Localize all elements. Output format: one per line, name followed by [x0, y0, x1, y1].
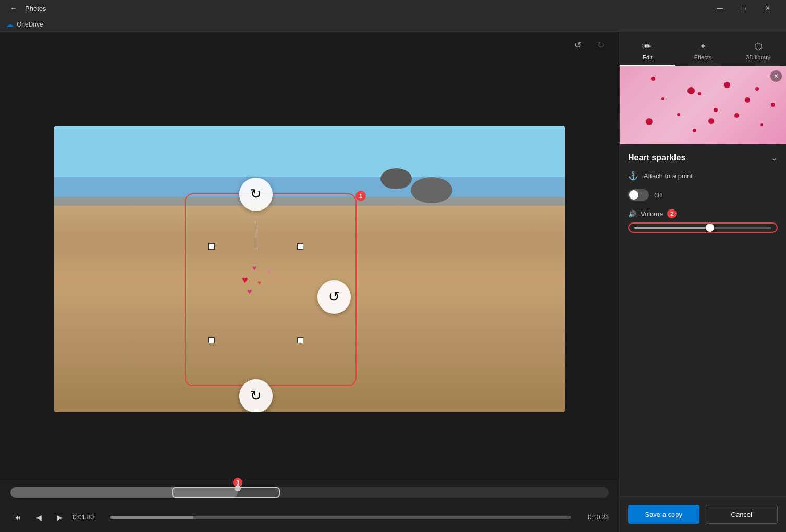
back-button[interactable]: ← — [6, 1, 21, 16]
sparkle-dot — [708, 118, 714, 124]
current-time: 0:01.80 — [73, 514, 104, 521]
selection-box: ↻ ↺ ↻ — [185, 193, 357, 386]
tab-edit[interactable]: ✏ Edit — [620, 36, 675, 66]
sparkle-dot — [677, 113, 680, 116]
handle-top-right[interactable] — [297, 243, 303, 250]
video-area: ♥ ♥ ♥ ♥ ♥ ↻ — [0, 57, 619, 480]
sparkle-dot — [760, 123, 763, 126]
rotation-line — [256, 223, 256, 249]
edit-icon: ✏ — [644, 41, 652, 52]
effect-badge-1: 1 — [355, 191, 366, 201]
attach-row[interactable]: ⚓ Attach to a point — [628, 171, 778, 181]
play-button[interactable]: ▶ — [52, 510, 67, 525]
main-progress-bar[interactable] — [110, 516, 571, 519]
sparkle-dot — [755, 87, 759, 91]
heart-effect-4: ♥ — [247, 287, 252, 296]
sparkle-dot — [724, 82, 730, 88]
bottom-buttons: Save a copy Cancel — [620, 496, 786, 532]
maximize-button[interactable]: □ — [732, 0, 756, 17]
window-controls: — □ ✕ — [708, 0, 780, 17]
back-to-start-button[interactable]: ⏮ — [10, 510, 25, 525]
timeline-track[interactable] — [10, 487, 609, 498]
tab-3dlibrary[interactable]: ⬡ 3D library — [731, 36, 786, 66]
previous-frame-button[interactable]: ◀ — [31, 510, 46, 525]
progress-filled — [110, 516, 193, 519]
sparkle-dot — [771, 103, 775, 107]
playback-controls: ⏮ ◀ ▶ 0:01.80 0:10.23 — [10, 510, 609, 525]
effects-icon: ✦ — [699, 41, 707, 52]
undo-button[interactable]: ↺ — [569, 36, 586, 53]
heart-effect-2: ♥ — [242, 274, 248, 286]
heart-effect-5: ♥ — [268, 269, 271, 275]
sparkle-dot — [745, 97, 750, 103]
volume-slider-filled — [634, 227, 710, 229]
effect-controls: Heart sparkles ⌄ ⚓ Attach to a point Off… — [620, 144, 786, 496]
save-copy-button[interactable]: Save a copy — [628, 505, 699, 524]
toggle-row: Off — [628, 189, 778, 201]
effect-expand-button[interactable]: ⌄ — [771, 153, 778, 163]
attach-label: Attach to a point — [644, 172, 693, 180]
sparkle-dot — [687, 87, 695, 94]
tab-bar: ✏ Edit ✦ Effects ⬡ 3D library — [620, 32, 786, 66]
tab-effects[interactable]: ✦ Effects — [675, 36, 730, 66]
sparkle-dot — [646, 118, 653, 125]
handle-bottom-left[interactable] — [208, 337, 215, 343]
rotate-bottom-handle[interactable]: ↻ — [239, 379, 273, 412]
tab-3dlibrary-label: 3D library — [746, 54, 770, 60]
volume-row: 🔊 Volume 2 — [628, 209, 778, 233]
video-container: ♥ ♥ ♥ ♥ ♥ ↻ — [54, 126, 565, 412]
anchor-icon: ⚓ — [628, 171, 638, 181]
onedrive-icon: ☁ — [6, 20, 14, 29]
timeline-section: 3 ⏮ ◀ ▶ 0:01.80 — [0, 480, 619, 532]
right-panel: ✏ Edit ✦ Effects ⬡ 3D library ✕ Heart sp… — [619, 32, 786, 532]
sparkle-dot — [661, 97, 664, 100]
sparkle-dot — [698, 92, 701, 95]
3dlibrary-icon: ⬡ — [754, 41, 763, 52]
sparkle-dot — [693, 129, 696, 132]
cancel-button[interactable]: Cancel — [706, 505, 778, 524]
volume-slider-track[interactable] — [634, 227, 771, 229]
water-overlay — [54, 177, 565, 206]
toggle-switch[interactable] — [628, 189, 649, 201]
onedrive-label: OneDrive — [17, 21, 43, 28]
rock-2 — [380, 168, 412, 189]
rock-1 — [411, 177, 452, 203]
volume-badge: 2 — [667, 209, 677, 218]
toggle-knob — [629, 190, 638, 200]
playhead[interactable] — [235, 485, 241, 491]
tab-effects-label: Effects — [694, 54, 711, 60]
video-background: ♥ ♥ ♥ ♥ ♥ ↻ — [54, 126, 565, 412]
volume-header: 🔊 Volume 2 — [628, 209, 778, 218]
minimize-button[interactable]: — — [708, 0, 732, 17]
preview-close-button[interactable]: ✕ — [770, 70, 782, 82]
end-time: 0:10.23 — [578, 514, 609, 521]
sparkle-dot — [734, 113, 739, 118]
sparkle-dot — [651, 77, 655, 81]
handle-top-left[interactable] — [208, 243, 215, 250]
volume-icon: 🔊 — [628, 210, 636, 218]
main-layout: ↺ ↻ ♥ ♥ ♥ ♥ ♥ — [0, 32, 786, 532]
heart-effect-1: ♥ — [252, 264, 256, 272]
effect-title-row: Heart sparkles ⌄ — [628, 153, 778, 163]
app-title: Photos — [25, 5, 46, 13]
handle-bottom-right[interactable] — [297, 337, 303, 343]
editor-toolbar: ↺ ↻ — [0, 32, 619, 57]
titlebar: ← Photos — □ ✕ — [0, 0, 786, 17]
sparkle-dot — [714, 108, 718, 112]
rotate-right-handle[interactable]: ↺ — [317, 280, 351, 314]
volume-slider-thumb[interactable] — [706, 224, 714, 232]
heart-effect-3: ♥ — [257, 279, 261, 287]
onedrive-bar: ☁ OneDrive — [0, 17, 786, 32]
volume-label: Volume — [641, 210, 663, 218]
editor-panel: ↺ ↻ ♥ ♥ ♥ ♥ ♥ — [0, 32, 619, 532]
toggle-label: Off — [654, 191, 663, 199]
volume-slider-container — [628, 222, 778, 233]
effect-title: Heart sparkles — [628, 153, 685, 163]
redo-button[interactable]: ↻ — [592, 36, 609, 53]
effect-preview: ✕ — [620, 66, 786, 144]
timeline-selection[interactable] — [172, 487, 280, 498]
close-button[interactable]: ✕ — [756, 0, 780, 17]
tab-edit-label: Edit — [643, 54, 653, 60]
